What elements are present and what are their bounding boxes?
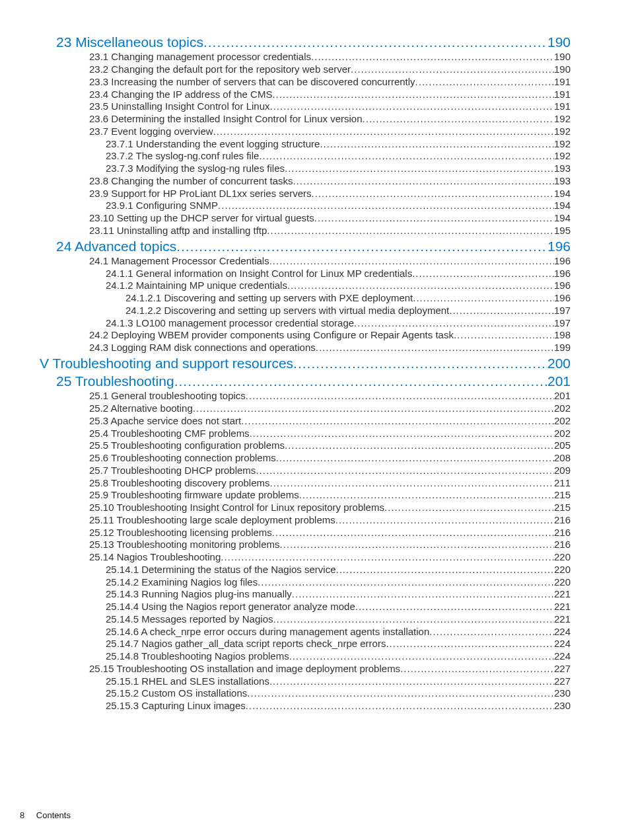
toc-entry-page: 192	[554, 150, 571, 163]
toc-entry[interactable]: 25.14.6 A check_nrpe error occurs during…	[20, 626, 571, 638]
toc-entry[interactable]: 23.7.1 Understanding the event logging s…	[20, 138, 571, 151]
toc-entry[interactable]: 25.8 Troubleshooting discovery problems.…	[20, 477, 571, 490]
toc-entry[interactable]: 23.11 Uninstalling atftp and installing …	[20, 225, 571, 237]
toc-entry-page: 202	[554, 428, 571, 440]
toc-entry-title: 25.14.4 Using the Nagios report generato…	[106, 601, 355, 613]
toc-entry-page: 191	[554, 76, 571, 89]
toc-entry[interactable]: 25.3 Apache service does not start......…	[20, 415, 571, 428]
toc-dots: ........................................…	[272, 89, 554, 101]
toc-entry[interactable]: V Troubleshooting and support resources.…	[20, 355, 571, 372]
toc-entry[interactable]: 25.14.5 Messages reported by Nagios.....…	[20, 613, 571, 626]
toc-dots: ........................................…	[384, 502, 554, 514]
toc-entry[interactable]: 25.7 Troubleshooting DHCP problems......…	[20, 465, 571, 477]
toc-dots: ........................................…	[203, 34, 547, 51]
toc-entry-page: 209	[554, 465, 571, 477]
toc-entry-title: 25.4 Troubleshooting CMF problems	[89, 428, 250, 440]
toc-entry[interactable]: 25.15.3 Capturing Linux images..........…	[20, 700, 571, 712]
toc-entry[interactable]: 25.14.8 Troubleshooting Nagios problems.…	[20, 650, 571, 663]
toc-dots: ........................................…	[311, 51, 554, 63]
toc-dots: ........................................…	[299, 489, 554, 502]
toc-entry[interactable]: 25.11 Troubleshooting large scale deploy…	[20, 514, 571, 527]
toc-entry[interactable]: 23.2 Changing the default port for the r…	[20, 63, 571, 76]
toc-entry-title: 24.1.1 General information on Insight Co…	[106, 268, 412, 280]
toc-entry[interactable]: 25.12 Troubleshooting licensing problems…	[20, 527, 571, 539]
toc-entry[interactable]: 24 Advanced topics......................…	[20, 238, 571, 255]
toc-entry-page: 199	[554, 342, 571, 354]
toc-entry-title: 25.15.1 RHEL and SLES installations	[106, 675, 269, 688]
toc-entry[interactable]: 23.5 Uninstalling Insight Control for Li…	[20, 100, 571, 113]
toc-entry-page: 215	[554, 489, 571, 502]
toc-entry-title: 25.14.2 Examining Nagios log files	[106, 576, 258, 589]
toc-entry-page: 190	[554, 51, 571, 63]
toc-entry[interactable]: 25.6 Troubleshooting connection problems…	[20, 452, 571, 465]
toc-entry[interactable]: 25.4 Troubleshooting CMF problems.......…	[20, 428, 571, 440]
toc-entry[interactable]: 25.14.1 Determining the status of the Na…	[20, 564, 571, 576]
toc-dots: ........................................…	[256, 465, 554, 477]
toc-entry[interactable]: 25.1 General troubleshooting topics.....…	[20, 390, 571, 402]
toc-entry[interactable]: 23.9 Support for HP ProLiant DL1xx serie…	[20, 188, 571, 200]
toc-entry[interactable]: 23.6 Determining the installed Insight C…	[20, 113, 571, 126]
toc-dots: ........................................…	[415, 76, 554, 89]
toc-entry[interactable]: 23 Miscellaneous topics.................…	[20, 34, 571, 51]
toc-entry[interactable]: 25.2 Alternative booting................…	[20, 402, 571, 415]
toc-entry[interactable]: 24.1.2.1 Discovering and setting up serv…	[20, 292, 571, 305]
toc-entry-title: 25 Troubleshooting	[56, 373, 174, 390]
toc-entry-title: 23.9 Support for HP ProLiant DL1xx serie…	[89, 188, 312, 200]
toc-page: 23 Miscellaneous topics.................…	[0, 0, 630, 732]
toc-entry[interactable]: 23.8 Changing the number of concurrent t…	[20, 175, 571, 188]
toc-entry[interactable]: 25.14.7 Nagios gather_all_data script re…	[20, 638, 571, 650]
toc-entry[interactable]: 23.4 Changing the IP address of the CMS …	[20, 89, 571, 101]
toc-entry-title: 25.1 General troubleshooting topics	[89, 390, 246, 402]
toc-entry[interactable]: 23.7.2 The syslog-ng.conf rules file....…	[20, 150, 571, 163]
toc-entry[interactable]: 24.1.3 LO100 management processor creden…	[20, 317, 571, 330]
toc-dots: ........................................…	[429, 626, 554, 638]
toc-entry-title: V Troubleshooting and support resources	[40, 355, 293, 372]
toc-entry[interactable]: 25.14 Nagios Troubleshooting............…	[20, 551, 571, 564]
toc-entry-page: 205	[554, 439, 571, 452]
toc-entry-title: 24 Advanced topics	[56, 238, 176, 255]
toc-entry-page: 194	[554, 188, 571, 200]
toc-dots: ........................................…	[314, 212, 554, 225]
toc-entry-page: 196	[547, 238, 571, 255]
toc-entry[interactable]: 25.14.2 Examining Nagios log files......…	[20, 576, 571, 589]
toc-entry[interactable]: 25.9 Troubleshooting firmware update pro…	[20, 489, 571, 502]
toc-entry-title: 25.3 Apache service does not start	[89, 415, 241, 428]
toc-entry[interactable]: 24.1.1 General information on Insight Co…	[20, 268, 571, 280]
toc-entry[interactable]: 25.15 Troubleshooting OS installation an…	[20, 663, 571, 675]
toc-entry[interactable]: 23.7 Event logging overview.............…	[20, 126, 571, 138]
toc-entry-page: 220	[554, 551, 571, 564]
toc-entry-title: 25.14.5 Messages reported by Nagios	[106, 613, 273, 626]
toc-entry[interactable]: 24.1 Management Processor Credentials...…	[20, 255, 571, 268]
toc-dots: ........................................…	[285, 439, 554, 452]
toc-entry[interactable]: 24.2 Deploying WBEM provider components …	[20, 329, 571, 342]
toc-entry[interactable]: 24.1.2.2 Discovering and setting up serv…	[20, 305, 571, 317]
toc-entry-page: 196	[554, 292, 571, 305]
toc-entry[interactable]: 24.1.2 Maintaining MP unique credentials…	[20, 280, 571, 292]
toc-entry[interactable]: 25 Troubleshooting......................…	[20, 373, 571, 390]
toc-entry-title: 24.1 Management Processor Credentials	[89, 255, 269, 268]
toc-entry[interactable]: 25.14.3 Running Nagios plug-ins manually…	[20, 588, 571, 601]
toc-entry[interactable]: 23.10 Setting up the DHCP server for vir…	[20, 212, 571, 225]
toc-entry-page: 195	[554, 225, 571, 237]
toc-entry[interactable]: 25.15.1 RHEL and SLES installations.....…	[20, 675, 571, 688]
toc-entry-page: 192	[554, 138, 571, 151]
toc-dots: ........................................…	[355, 601, 554, 613]
toc-entry[interactable]: 25.5 Troubleshooting configuration probl…	[20, 439, 571, 452]
toc-entry-page: 230	[554, 687, 571, 700]
toc-entry[interactable]: 25.15.2 Custom OS installations.........…	[20, 687, 571, 700]
toc-entry-title: 25.7 Troubleshooting DHCP problems	[89, 465, 256, 477]
toc-entry[interactable]: 23.9.1 Configuring SNMP.................…	[20, 200, 571, 212]
toc-entry[interactable]: 23.3 Increasing the number of servers th…	[20, 76, 571, 89]
toc-entry[interactable]: 25.14.4 Using the Nagios report generato…	[20, 601, 571, 613]
toc-entry-page: 202	[554, 415, 571, 428]
toc-entry[interactable]: 24.3 Logging RAM disk connections and op…	[20, 342, 571, 354]
toc-dots: ........................................…	[193, 402, 554, 415]
toc-entry[interactable]: 25.13 Troubleshooting monitoring problem…	[20, 539, 571, 551]
toc-entry[interactable]: 23.1 Changing management processor crede…	[20, 51, 571, 63]
toc-entry[interactable]: 23.7.3 Modifying the syslog-ng rules fil…	[20, 163, 571, 175]
toc-entry[interactable]: 25.10 Troubleshooting Insight Control fo…	[20, 502, 571, 514]
toc-entry-title: 25.15.3 Capturing Linux images	[106, 700, 246, 712]
toc-entry-title: 23.7.3 Modifying the syslog-ng rules fil…	[106, 163, 285, 175]
toc-dots: ........................................…	[292, 588, 554, 601]
toc-entry-title: 25.14.1 Determining the status of the Na…	[106, 564, 336, 576]
